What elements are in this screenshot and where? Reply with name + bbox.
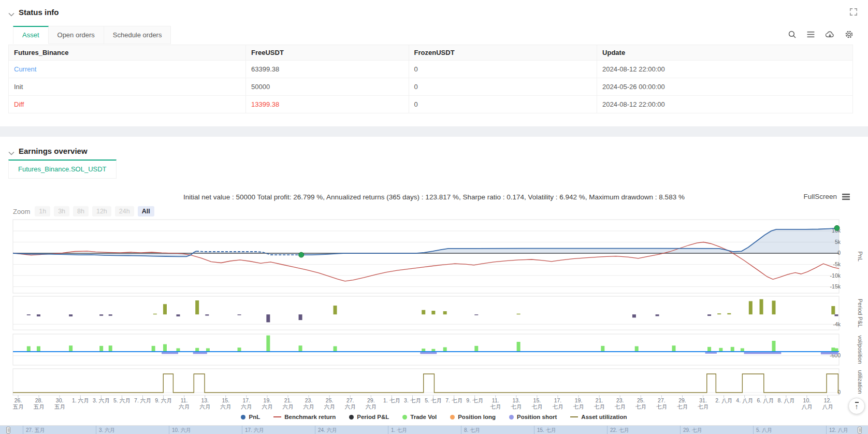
- navigator-gridline: [461, 426, 461, 434]
- legend-label: Period P&L: [357, 414, 389, 420]
- zoom-1h-button[interactable]: 1h: [35, 206, 50, 216]
- zoom-3h-button[interactable]: 3h: [54, 206, 69, 216]
- tab-open-orders[interactable]: Open orders: [49, 26, 104, 44]
- legend-item-position-short[interactable]: Position short: [509, 414, 557, 420]
- period-pnl-bar: [717, 313, 721, 314]
- trade-vol-bar: [731, 347, 734, 352]
- period-pnl-bar: [707, 314, 711, 316]
- navigator-label: 22. 七月: [610, 427, 629, 434]
- navigator-label: 24. 六月: [318, 427, 337, 434]
- x-tick-label: 2. 八月: [715, 397, 732, 403]
- trade-vol-bar: [831, 348, 835, 352]
- period-pnl-bar: [727, 313, 731, 314]
- menu-icon[interactable]: [806, 30, 815, 39]
- x-tick-label: 5. 七月: [425, 397, 442, 403]
- legend-item-asset-utilization[interactable]: Asset utilization: [570, 414, 627, 420]
- legend-label: Position long: [458, 414, 496, 420]
- period-pnl-bar: [443, 311, 447, 314]
- status-toolbar: [788, 30, 853, 39]
- zoom-all-button[interactable]: All: [138, 206, 154, 216]
- period-pnl-bar: [474, 314, 478, 315]
- x-tick-label: 5. 六月: [113, 397, 131, 403]
- legend-item-period-p-l[interactable]: Period P&L: [349, 414, 389, 420]
- legend-line-swatch: [570, 416, 578, 417]
- tab-asset[interactable]: Asset: [13, 26, 49, 44]
- trade-vol-bar: [443, 347, 447, 351]
- navigator-label: 5. 八月: [756, 427, 772, 434]
- chart-legend: PnLBenchmark returnPeriod P&LTrade VolPo…: [0, 414, 868, 420]
- status-collapse-chevron-icon[interactable]: [8, 9, 15, 19]
- back-to-top-button[interactable]: ↑: [848, 398, 865, 414]
- zoom-12h-button[interactable]: 12h: [92, 206, 111, 216]
- x-tick-label: 28.五月: [34, 397, 45, 410]
- x-tick-label: 15.六月: [220, 397, 231, 410]
- x-tick-label: 3. 七月: [404, 397, 421, 403]
- x-tick-label: 13.七月: [511, 397, 522, 410]
- legend-item-trade-vol[interactable]: Trade Vol: [402, 414, 437, 420]
- x-tick-label: 13.六月: [199, 397, 210, 410]
- zoom-controls: Zoom 1h 3h 8h 12h 24h All: [13, 206, 154, 216]
- legend-item-pnl[interactable]: PnL: [241, 414, 260, 420]
- chart-navigator[interactable]: 27. 五月3. 六月10. 六月17. 六月24. 六月1. 七月8. 七月1…: [0, 425, 868, 434]
- diff-update-time: 2024-08-12 22:00:00: [597, 96, 853, 113]
- current-free-usdt: 63399.38: [246, 61, 409, 78]
- period-pnl-bar: [299, 314, 302, 320]
- y-tick-label: -15k: [830, 283, 841, 290]
- y-tick-label: -4k: [833, 321, 841, 327]
- legend-item-position-long[interactable]: Position long: [450, 414, 496, 420]
- zoom-label: Zoom: [13, 208, 30, 215]
- trade-vol-bar: [474, 346, 478, 352]
- x-tick-label: 11.六月: [179, 397, 190, 410]
- x-tick-label: 27.七月: [656, 397, 667, 410]
- tab-schedule-orders[interactable]: Schedule orders: [104, 26, 171, 44]
- legend-dot-swatch: [450, 415, 455, 419]
- earnings-chart[interactable]: 10k5k0-5k-10k-15kPnL-4kPeriod P&L-600vol…: [0, 218, 868, 414]
- navigator-gridline: [753, 426, 754, 434]
- navigator-gridline: [315, 426, 315, 434]
- period-pnl-bar: [37, 314, 40, 316]
- x-tick-label: 25.六月: [324, 397, 335, 410]
- performance-summary: Initial net value : 50000 Total profit: …: [0, 193, 868, 201]
- zoom-8h-button[interactable]: 8h: [73, 206, 89, 216]
- legend-item-benchmark-return[interactable]: Benchmark return: [273, 414, 336, 420]
- x-tick-label: 26.五月: [13, 397, 24, 410]
- x-tick-label: 29.七月: [677, 397, 688, 410]
- trade-vol-bar: [27, 346, 31, 352]
- col-free-usdt: FreeUSDT: [246, 45, 409, 61]
- x-tick-label: 23.七月: [615, 397, 626, 410]
- tab-futures-binance-sol-usdt[interactable]: Futures_Binance.SOL_USDT: [8, 160, 117, 179]
- navigator-gridline: [826, 426, 827, 434]
- x-tick-label: 11.七月: [490, 397, 501, 410]
- current-frozen-usdt: 0: [409, 61, 597, 78]
- search-icon[interactable]: [788, 30, 797, 39]
- navigator-label: 10. 六月: [172, 427, 191, 434]
- x-tick-label: 9. 六月: [155, 397, 172, 403]
- period-pnl-bar: [69, 314, 73, 316]
- settings-gear-icon[interactable]: [845, 30, 853, 39]
- x-tick-label: 15.七月: [531, 397, 542, 410]
- navigator-label: 29. 七月: [683, 427, 702, 434]
- period-pnl-bar: [266, 314, 270, 322]
- navigator-left-handle[interactable]: [6, 427, 10, 433]
- diff-label: Diff: [9, 96, 246, 113]
- chart-context-menu-icon[interactable]: [842, 193, 850, 200]
- init-free-usdt: 50000: [246, 78, 409, 96]
- current-update-time: 2024-08-12 22:00:00: [597, 61, 853, 78]
- fullscreen-button[interactable]: FullScreen: [803, 193, 837, 200]
- expand-fullscreen-icon[interactable]: [849, 8, 858, 18]
- pane-pnl: [13, 220, 839, 293]
- current-link[interactable]: Current: [9, 61, 246, 78]
- init-frozen-usdt: 0: [409, 78, 597, 96]
- cloud-download-icon[interactable]: [825, 30, 835, 39]
- period-pnl-bar: [431, 311, 435, 314]
- period-pnl-bar: [749, 301, 753, 314]
- zoom-24h-button[interactable]: 24h: [115, 206, 134, 216]
- trade-vol-bar: [266, 336, 270, 352]
- chart-toolbar: FullScreen: [803, 193, 850, 200]
- period-pnl-bar: [517, 314, 520, 315]
- navigator-right-handle[interactable]: [858, 427, 862, 433]
- earnings-collapse-chevron-icon[interactable]: [8, 148, 15, 157]
- x-tick-label: 8. 八月: [778, 397, 795, 403]
- pane-util: [13, 369, 839, 395]
- legend-dot-swatch: [241, 415, 245, 419]
